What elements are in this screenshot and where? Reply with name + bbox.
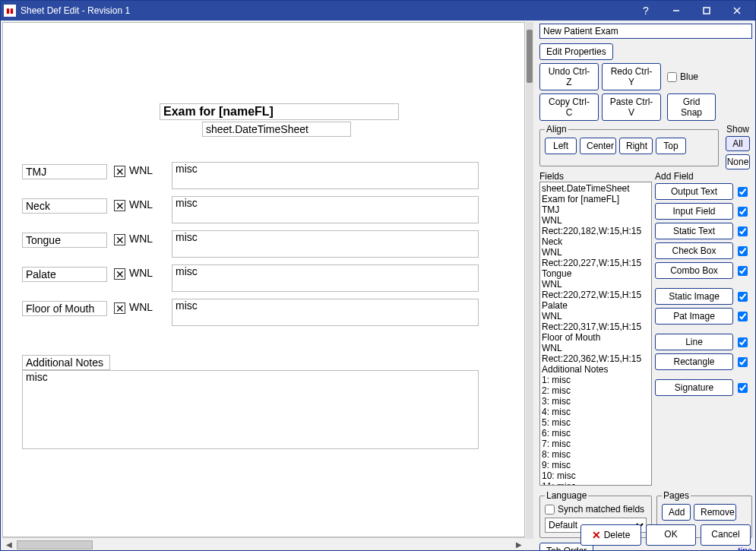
scrollbar-thumb[interactable] <box>527 30 533 83</box>
tips-link[interactable]: tips <box>738 546 752 551</box>
scroll-right-arrow[interactable]: ▶ <box>512 540 525 549</box>
canvas-row-misc-box[interactable]: misc <box>172 196 479 223</box>
check-box-show-checkbox[interactable] <box>738 246 748 256</box>
signature-button[interactable]: Signature <box>655 379 733 396</box>
fields-list-item[interactable]: Neck <box>542 236 650 247</box>
fields-list-item[interactable]: 11: misc <box>542 481 650 486</box>
fields-list-item[interactable]: Rect:220,182,W:15,H:15 <box>542 226 650 236</box>
canvas-row-label[interactable]: Floor of Mouth <box>22 301 107 316</box>
canvas-row-wnl-label[interactable]: WNL <box>129 198 153 211</box>
fields-list-item[interactable]: WNL <box>542 215 650 226</box>
fields-list-item[interactable]: Rect:220,272,W:15,H:15 <box>542 290 650 300</box>
pat-image-button[interactable]: Pat Image <box>655 308 733 325</box>
canvas-row-wnl-label[interactable]: WNL <box>129 301 153 313</box>
canvas-row-checkbox[interactable]: ✕ <box>114 200 125 211</box>
fields-list-item[interactable]: TMJ <box>542 204 650 215</box>
fields-list-item[interactable]: Rect:220,317,W:15,H:15 <box>542 321 650 332</box>
fields-list-item[interactable]: Rect:220,227,W:15,H:15 <box>542 258 650 268</box>
fields-list-item[interactable]: 8: misc <box>542 449 650 460</box>
input-field-show-checkbox[interactable] <box>738 207 748 217</box>
static-image-button[interactable]: Static Image <box>655 288 733 305</box>
delete-button[interactable]: ✕ Delete <box>580 524 641 546</box>
scroll-left-arrow[interactable]: ◀ <box>2 540 15 549</box>
line-show-checkbox[interactable] <box>738 337 748 347</box>
fields-list-item[interactable]: 2: misc <box>542 385 650 396</box>
signature-show-checkbox[interactable] <box>738 383 748 393</box>
output-text-show-checkbox[interactable] <box>738 187 748 197</box>
fields-list-item[interactable]: 6: misc <box>542 428 650 439</box>
canvas-row-checkbox[interactable]: ✕ <box>114 268 125 280</box>
canvas-notes-label[interactable]: Additional Notes <box>22 355 110 370</box>
blue-checkbox-input[interactable] <box>667 72 677 82</box>
fields-list-item[interactable]: WNL <box>542 279 650 290</box>
paste-button[interactable]: Paste Ctrl-V <box>602 93 661 121</box>
fields-list-item[interactable]: 1: misc <box>542 375 650 385</box>
combo-box-button[interactable]: Combo Box <box>655 262 733 279</box>
input-field-button[interactable]: Input Field <box>655 203 733 220</box>
canvas-inner[interactable]: Exam for [nameFL] sheet.DateTimeSheet TM… <box>3 23 512 537</box>
fields-list-item[interactable]: Palate <box>542 300 650 311</box>
hscroll-thumb[interactable] <box>17 540 93 549</box>
copy-button[interactable]: Copy Ctrl-C <box>539 93 599 121</box>
output-text-button[interactable]: Output Text <box>655 183 733 200</box>
canvas-row-misc-box[interactable]: misc <box>172 299 479 326</box>
fields-list-item[interactable]: 3: misc <box>542 396 650 407</box>
canvas-row-label[interactable]: TMJ <box>22 164 107 179</box>
design-canvas[interactable]: Exam for [nameFL] sheet.DateTimeSheet TM… <box>2 22 525 537</box>
static-image-show-checkbox[interactable] <box>738 292 748 302</box>
canvas-notes-box[interactable]: misc <box>22 370 479 449</box>
canvas-row-checkbox[interactable]: ✕ <box>114 234 125 245</box>
pages-remove-button[interactable]: Remove <box>694 504 736 521</box>
canvas-row-checkbox[interactable]: ✕ <box>114 166 125 177</box>
fields-list-item[interactable]: Additional Notes <box>542 364 650 375</box>
help-button[interactable]: ? <box>631 1 661 21</box>
fields-list-item[interactable]: Exam for [nameFL] <box>542 194 650 204</box>
rectangle-button[interactable]: Rectangle <box>655 353 733 370</box>
fields-list-item[interactable]: Tongue <box>542 268 650 279</box>
canvas-row-label[interactable]: Neck <box>22 198 107 214</box>
canvas-row-wnl-label[interactable]: WNL <box>129 164 153 176</box>
combo-box-show-checkbox[interactable] <box>738 266 748 276</box>
cancel-button[interactable]: Cancel <box>701 524 751 546</box>
static-text-show-checkbox[interactable] <box>738 226 748 236</box>
align-left-button[interactable]: Left <box>545 138 577 154</box>
canvas-row-misc-box[interactable]: misc <box>172 230 479 258</box>
synch-checkbox-input[interactable] <box>545 505 555 515</box>
blue-checkbox[interactable]: Blue <box>667 63 698 90</box>
close-button[interactable] <box>722 1 752 21</box>
minimize-button[interactable] <box>661 1 691 21</box>
static-text-button[interactable]: Static Text <box>655 223 733 239</box>
fields-list-item[interactable]: Rect:220,362,W:15,H:15 <box>542 353 650 364</box>
rectangle-show-checkbox[interactable] <box>738 357 748 367</box>
align-top-button[interactable]: Top <box>656 138 686 154</box>
fields-list[interactable]: sheet.DateTimeSheetExam for [nameFL]TMJW… <box>539 182 652 486</box>
align-right-button[interactable]: Right <box>619 138 653 154</box>
fields-list-item[interactable]: 5: misc <box>542 417 650 428</box>
show-all-button[interactable]: All <box>726 136 750 151</box>
fields-list-item[interactable]: 4: misc <box>542 407 650 417</box>
canvas-row-label[interactable]: Tongue <box>22 233 107 248</box>
fields-list-item[interactable]: 10: misc <box>542 470 650 481</box>
check-box-button[interactable]: Check Box <box>655 242 733 259</box>
sheet-name-field[interactable]: New Patient Exam <box>539 24 752 39</box>
maximize-button[interactable] <box>691 1 722 21</box>
fields-list-item[interactable]: 7: misc <box>542 439 650 449</box>
canvas-row-wnl-label[interactable]: WNL <box>129 267 153 279</box>
canvas-vertical-scrollbar[interactable] <box>526 22 533 539</box>
edit-properties-button[interactable]: Edit Properties <box>539 43 613 60</box>
canvas-datetime[interactable]: sheet.DateTimeSheet <box>202 122 351 137</box>
show-none-button[interactable]: None <box>726 154 750 169</box>
redo-button[interactable]: Redo Ctrl-Y <box>602 63 661 90</box>
canvas-horizontal-scrollbar[interactable]: ◀ ▶ <box>2 537 525 550</box>
line-button[interactable]: Line <box>655 334 733 350</box>
fields-list-item[interactable]: Floor of Mouth <box>542 332 650 343</box>
canvas-row-misc-box[interactable]: misc <box>172 162 479 189</box>
pat-image-show-checkbox[interactable] <box>738 312 748 321</box>
fields-list-item[interactable]: WNL <box>542 247 650 258</box>
canvas-row-label[interactable]: Palate <box>22 267 107 282</box>
canvas-row-misc-box[interactable]: misc <box>172 264 479 292</box>
pages-add-button[interactable]: Add <box>662 504 691 521</box>
fields-list-item[interactable]: WNL <box>542 343 650 353</box>
undo-button[interactable]: Undo Ctrl-Z <box>539 63 599 90</box>
canvas-header[interactable]: Exam for [nameFL] <box>160 103 399 120</box>
